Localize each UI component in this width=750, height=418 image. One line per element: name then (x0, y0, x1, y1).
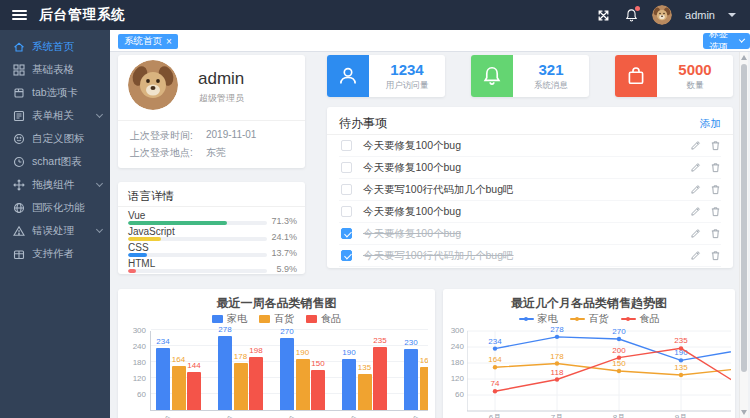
stat-value: 5000 (678, 61, 711, 78)
data-point (493, 365, 497, 369)
stat-card-messages[interactable]: 321 系统消息 (471, 55, 589, 97)
bar-value-label: 190 (334, 348, 364, 357)
y-tick-label: 300 (451, 326, 464, 335)
todo-checkbox[interactable] (341, 206, 352, 217)
language-row: JavaScript 24.1% (128, 226, 297, 242)
delete-icon[interactable] (710, 206, 721, 217)
sidebar-item-error[interactable]: 错误处理 (0, 219, 110, 242)
caret-down-icon[interactable] (728, 13, 736, 17)
delete-icon[interactable] (710, 162, 721, 173)
sidebar-item-donate[interactable]: 支持作者 (0, 242, 110, 265)
chevron-down-icon (96, 225, 103, 232)
tab-options-button[interactable]: 标签选项 (703, 33, 750, 49)
last-login-place-row: 上次登录地点: 东莞 (130, 146, 297, 160)
home-icon (13, 41, 25, 53)
bar-value-label: 270 (272, 327, 302, 336)
sidebar-item-i18n[interactable]: 国际化功能 (0, 196, 110, 219)
todo-item[interactable]: 今天要修复100个bug (339, 201, 721, 223)
close-icon[interactable]: × (166, 37, 172, 46)
progress-track (128, 253, 267, 257)
stat-card-quantity[interactable]: 5000 数量 (615, 55, 733, 97)
x-tick-label: 周三 (285, 414, 317, 418)
bell-icon (471, 55, 513, 97)
tab-system-home[interactable]: 系统首页 × (118, 34, 178, 49)
y-tick-label: 120 (451, 374, 464, 383)
progress-fill (128, 269, 136, 273)
bar (187, 372, 201, 410)
sidebar-item-schart[interactable]: schart图表 (0, 150, 110, 173)
data-point (679, 373, 683, 377)
sidebar-item-custom-icon[interactable]: 自定义图标 (0, 127, 110, 150)
delete-icon[interactable] (710, 140, 721, 151)
menu-toggle-icon[interactable] (12, 8, 27, 22)
bar (311, 370, 325, 410)
bar (358, 374, 372, 410)
avatar[interactable] (652, 5, 672, 25)
data-point (555, 377, 559, 381)
edit-icon[interactable] (690, 184, 701, 195)
stats-row: 1234 用户访问量 321 系统消息 5000 数量 (327, 55, 733, 97)
data-point (679, 358, 683, 362)
stat-value: 321 (538, 61, 563, 78)
edit-icon[interactable] (690, 162, 701, 173)
fullscreen-icon[interactable] (596, 8, 611, 23)
app-title: 后台管理系统 (39, 6, 126, 24)
progress-fill (128, 221, 227, 225)
delete-icon[interactable] (710, 228, 721, 239)
todo-checkbox[interactable] (341, 140, 352, 151)
bell-icon[interactable] (624, 8, 639, 23)
data-point (555, 361, 559, 365)
bar (234, 363, 248, 410)
language-row: HTML 5.9% (128, 258, 297, 274)
bar-value-label: 190 (288, 348, 318, 357)
scrollbar-thumb[interactable] (741, 64, 747, 372)
y-tick-label: 60 (455, 390, 464, 399)
point-value-label: 234 (488, 337, 502, 346)
data-point (617, 355, 621, 359)
todo-item[interactable]: 今天要修复100个bug (339, 223, 721, 245)
sidebar-item-home[interactable]: 系统首页 (0, 35, 110, 58)
delete-icon[interactable] (710, 184, 721, 195)
sidebar-item-tabs[interactable]: tab选项卡 (0, 81, 110, 104)
bar-chart-plot: 2342782701902301641781901351601441981502… (150, 331, 428, 411)
table-icon (13, 64, 25, 76)
stat-card-visits[interactable]: 1234 用户访问量 (327, 55, 445, 97)
todo-checkbox[interactable] (341, 184, 352, 195)
scroll-down-arrow[interactable] (741, 410, 747, 415)
y-tick-label: 240 (451, 342, 464, 351)
stat-label: 系统消息 (534, 80, 568, 92)
delete-icon[interactable] (710, 250, 721, 261)
sidebar: 系统首页 基础表格 tab选项卡 表单相关 自定义图标 schart图表 拖拽组… (0, 30, 110, 418)
sidebar-item-form[interactable]: 表单相关 (0, 104, 110, 127)
divider (118, 120, 305, 121)
scrollbar[interactable] (739, 52, 748, 418)
globe-icon (13, 202, 25, 214)
edit-icon[interactable] (690, 140, 701, 151)
edit-icon[interactable] (690, 250, 701, 261)
todo-checkbox[interactable] (341, 162, 352, 173)
todo-item[interactable]: 今天要写100行代码加几个bug吧 (339, 245, 721, 267)
progress-track (128, 237, 267, 241)
edit-icon[interactable] (690, 206, 701, 217)
header-right: admin (596, 5, 736, 25)
sidebar-item-basic-table[interactable]: 基础表格 (0, 58, 110, 81)
bar-value-label: 150 (303, 359, 333, 368)
y-tick-label: 60 (137, 390, 146, 399)
edit-icon[interactable] (690, 228, 701, 239)
point-value-label: 150 (612, 359, 626, 368)
user-icon (327, 55, 369, 97)
todo-item[interactable]: 今天要修复100个bug (339, 135, 721, 157)
add-todo-link[interactable]: 添加 (700, 117, 721, 131)
line-chart-card: 最近几个月各品类销售趋势图 家电百货食品 60120180240300 6月7月… (443, 289, 735, 418)
scroll-up-arrow[interactable] (741, 55, 747, 60)
todo-checkbox[interactable] (341, 250, 352, 261)
sidebar-item-drag[interactable]: 拖拽组件 (0, 173, 110, 196)
data-point (493, 389, 497, 393)
todo-item[interactable]: 今天要修复100个bug (339, 157, 721, 179)
shopping-bag-icon (615, 55, 657, 97)
username[interactable]: admin (685, 9, 715, 21)
todo-checkbox[interactable] (341, 228, 352, 239)
bar-value-label: 198 (241, 346, 271, 355)
header-left: 后台管理系统 (0, 6, 126, 24)
todo-item[interactable]: 今天要写100行代码加几个bug吧 (339, 179, 721, 201)
